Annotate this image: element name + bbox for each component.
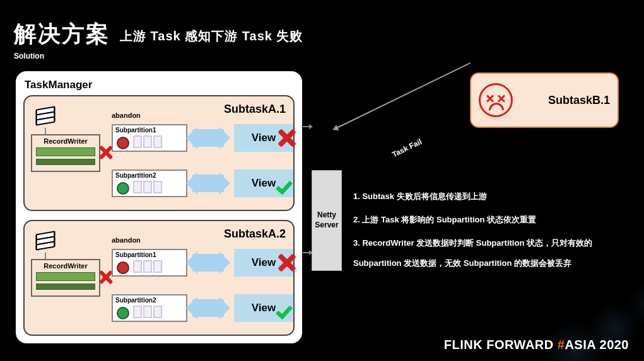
subtask-a2-title: SubtaskA.2 [224,227,286,241]
check-icon [277,299,295,317]
page-subtitle: 上游 Task 感知下游 Task 失败 [120,28,303,45]
explanation-list: 1. Subtask 失败后将信息传递到上游 2. 上游 Task 将影响的 S… [353,186,618,277]
netty-server-box: Netty Server [312,170,342,271]
bidirectional-arrow-icon [192,175,224,192]
footer-flink: FLINK [444,338,483,352]
view-box-1: View [234,124,293,152]
x-icon [99,146,113,159]
netty-label: Netty Server [312,210,341,230]
stack-icon [35,232,56,254]
status-circle-red-icon [117,137,129,149]
task-fail-label: Task Fail [390,137,423,159]
taskmanager-container: TaskManager SubtaskA.1 abandon RecordWri… [14,69,304,345]
view-box-1: View [234,249,293,277]
view-label: View [252,177,276,190]
list-item: 3. RecordWriter 发送数据时判断 Subpartition 状态，… [353,233,618,272]
connector-arrow-icon [303,126,312,127]
solution-label: Solution [14,52,44,60]
page-title: 解决方案 [14,19,110,50]
view-box-2: View [234,294,293,322]
taskmanager-label: TaskManager [25,79,295,91]
bidirectional-arrow-icon [192,299,224,317]
recordwriter-label: RecordWriter [32,137,99,145]
task-fail-arrow-icon [334,62,471,130]
hash-icon: # [558,338,565,352]
bidirectional-arrow-icon [192,129,224,147]
recordwriter-box: RecordWriter [31,134,100,172]
list-item: 1. Subtask 失败后将信息传递到上游 [353,186,618,206]
view-box-2: View [234,169,293,197]
subtask-a1-title: SubtaskA.1 [224,103,286,116]
footer-brand: FLINK FORWARD #ASIA 2020 [444,338,629,352]
abandon-label: abandon [112,236,141,244]
sad-face-icon [479,83,513,117]
abandon-label: abandon [112,112,141,119]
footer-asia: ASIA 2020 [565,338,629,352]
view-label: View [252,302,276,314]
status-circle-green-icon [117,182,129,195]
header: 解决方案 [14,19,110,50]
status-circle-green-icon [117,307,129,319]
subtask-a1-box: SubtaskA.1 abandon RecordWriter Subparti… [23,95,295,211]
view-label: View [252,256,276,269]
subtask-b1-box: SubtaskB.1 [470,72,619,128]
x-icon [278,129,296,147]
x-icon [278,254,296,272]
list-item: 2. 上游 Task 将影响的 Subpartition 状态依次重置 [353,210,618,229]
subtask-a2-box: SubtaskA.2 abandon RecordWriter Subparti… [23,220,295,336]
subtask-b1-label: SubtaskB.1 [548,94,610,107]
bidirectional-arrow-icon [192,254,224,272]
status-circle-red-icon [117,261,129,274]
recordwriter-label: RecordWriter [32,262,99,270]
stack-icon [35,108,56,129]
view-label: View [252,132,276,144]
footer-forward: FORWARD [486,338,553,352]
x-icon [99,270,113,284]
connector-arrow-icon [303,252,312,253]
check-icon [277,175,295,192]
recordwriter-box: RecordWriter [31,259,100,297]
